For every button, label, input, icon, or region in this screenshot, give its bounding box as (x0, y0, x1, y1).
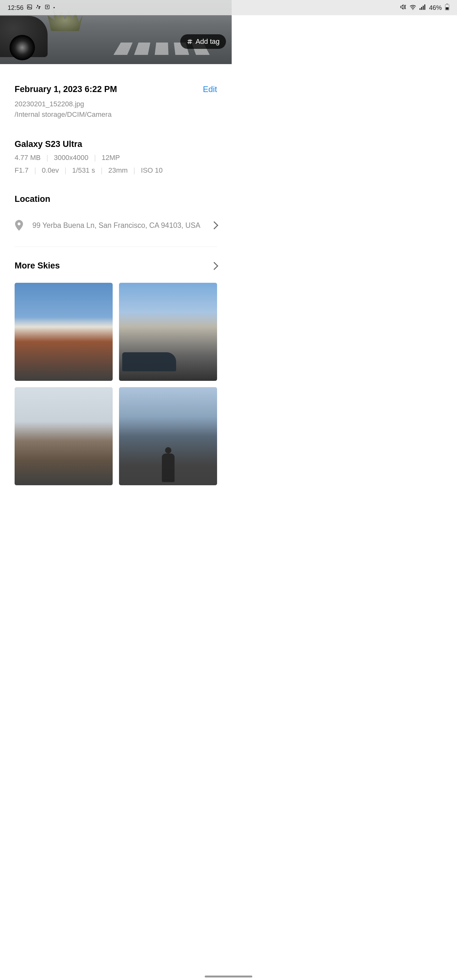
ev: 0.0ev (42, 166, 59, 175)
location-row[interactable]: 99 Yerba Buena Ln, San Francisco, CA 941… (14, 220, 217, 247)
filename: 20230201_152208.jpg (14, 99, 217, 109)
thumbnail-grid (14, 283, 217, 485)
slack-icon (35, 4, 41, 11)
hash-icon (186, 38, 193, 45)
chevron-right-icon (210, 221, 218, 229)
shutter: 1/531 s (72, 166, 95, 175)
aperture: F1.7 (14, 166, 29, 175)
location-title: Location (14, 194, 217, 204)
svg-rect-0 (27, 5, 32, 9)
thumbnail[interactable] (119, 283, 217, 381)
photo-datetime: February 1, 2023 6:22 PM (14, 84, 117, 94)
thumbnail[interactable] (14, 387, 113, 485)
spec-line-2: F1.7 | 0.0ev | 1/531 s | 23mm | ISO 10 (14, 166, 217, 175)
chevron-right-icon (210, 262, 218, 270)
dot-icon: • (53, 5, 55, 10)
focal-length: 23mm (108, 166, 127, 175)
more-skies-header[interactable]: More Skies (14, 261, 217, 271)
edit-button[interactable]: Edit (203, 84, 217, 94)
upload-icon (45, 4, 50, 11)
status-time: 12:56 (8, 4, 24, 11)
device-name: Galaxy S23 Ultra (14, 139, 217, 149)
thumbnail[interactable] (119, 387, 217, 485)
more-title: More Skies (14, 261, 60, 271)
address: 99 Yerba Buena Ln, San Francisco, CA 941… (32, 221, 211, 230)
add-tag-button[interactable]: Add tag (180, 34, 226, 49)
svg-point-1 (28, 6, 29, 7)
thumbnail[interactable] (14, 283, 113, 381)
status-left: 12:56 • (8, 4, 55, 11)
spec-line-1: 4.77 MB | 3000x4000 | 12MP (14, 154, 217, 162)
status-bar: 12:56 • 46% (0, 0, 232, 15)
iso: ISO 10 (141, 166, 162, 175)
filepath: /Internal storage/DCIM/Camera (14, 109, 217, 119)
add-tag-label: Add tag (196, 37, 220, 46)
location-pin-icon (14, 220, 24, 231)
resolution: 3000x4000 (54, 154, 89, 162)
gallery-icon (27, 4, 32, 11)
megapixels: 12MP (102, 154, 119, 162)
file-size: 4.77 MB (14, 154, 41, 162)
